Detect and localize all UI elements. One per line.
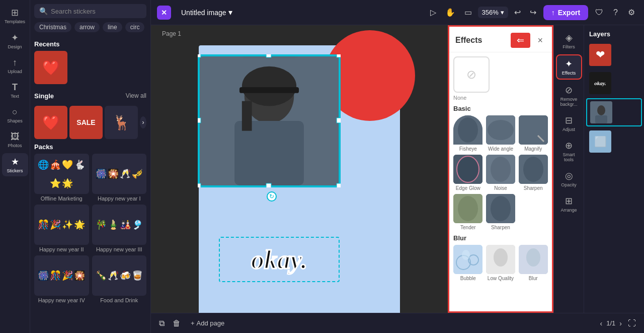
page-indicator: 1/1 — [606, 319, 615, 327]
effect-tender[interactable]: Tender — [453, 194, 483, 230]
right-opacity[interactable]: ◎ Opacity — [556, 167, 582, 190]
photos-icon: 🖼 — [11, 131, 20, 142]
sidebar-item-stickers[interactable]: ★ Stickers — [2, 153, 28, 176]
sticker-row-next[interactable]: › — [140, 116, 146, 128]
blur-label: Blur — [529, 276, 538, 281]
canvas-photo[interactable]: ⊡ ⊞ ⬜ ⋯ — [199, 55, 340, 186]
pack-thumb-1: 🌐🎪💛🐇⭐🌟 — [34, 154, 89, 194]
sidebar-item-templates[interactable]: ⊞ Templates — [2, 4, 28, 27]
effect-wide-angle[interactable]: Wide angle — [486, 115, 516, 152]
upload-label: Upload — [8, 69, 22, 74]
pack-happy-new-year-1[interactable]: 🎆🎇🥂🎺 Happy new year I — [92, 154, 147, 202]
app-logo: ✕ — [157, 6, 171, 20]
export-button[interactable]: ↑ Export — [543, 5, 588, 20]
settings-icon[interactable]: ⚙ — [625, 5, 638, 20]
rotate-handle[interactable]: ↻ — [267, 191, 277, 202]
effect-fisheye[interactable]: Fisheye — [453, 115, 483, 152]
effect-none[interactable]: ⊘ — [453, 56, 490, 93]
right-adjust[interactable]: ⊟ Adjust — [556, 112, 582, 135]
pack-thumb-4: 🎋🎍🎎🎐 — [92, 205, 147, 245]
recents-title: Recents — [34, 40, 146, 48]
hand-tool[interactable]: ✋ — [442, 5, 458, 20]
right-smart-tools[interactable]: ⊕ Smart tools — [556, 137, 582, 165]
help-icon[interactable]: ? — [610, 5, 621, 20]
canvas-text-box[interactable]: okay. — [219, 237, 340, 282]
pack-happy-new-year-4[interactable]: 🎆🎊🎉🎇 Happy new year IV — [34, 255, 89, 303]
pack-offline-marketing[interactable]: 🌐🎪💛🐇⭐🌟 Offline Marketing — [34, 154, 89, 202]
copy-btn[interactable]: ⧉ — [157, 317, 167, 330]
smart-tools-label: Smart tools — [558, 152, 580, 162]
pack-happy-new-year-2[interactable]: 🎊🎉✨🌟 Happy new year II — [34, 205, 89, 252]
add-page-btn[interactable]: + Add page — [187, 317, 228, 329]
layer-heart[interactable]: ❤ — [586, 42, 642, 68]
sidebar-item-design[interactable]: ✦ Design — [2, 29, 28, 52]
effect-sharpen[interactable]: Sharpen — [518, 155, 548, 191]
tag-line[interactable]: line — [103, 22, 122, 32]
effect-blur[interactable]: Blur — [518, 245, 548, 281]
right-remove-bg[interactable]: ⊘ Remove backgr... — [556, 82, 582, 110]
pack-thumb-6: 🍾🥂🍻🥃 — [92, 255, 147, 296]
single-title: Single — [34, 92, 54, 100]
effect-bubble[interactable]: Bubble — [453, 245, 483, 281]
sidebar-item-photos[interactable]: 🖼 Photos — [2, 128, 28, 151]
sidebar-item-text[interactable]: T Text — [2, 79, 28, 102]
canvas-container[interactable]: Page 1 — [151, 25, 448, 313]
pack-food-drink[interactable]: 🍾🥂🍻🥃 Food and Drink — [92, 255, 147, 303]
photo-layer-thumb — [590, 101, 612, 123]
right-arrange[interactable]: ⊞ Arrange — [556, 192, 582, 216]
shapes-label: Shapes — [7, 118, 23, 123]
effect-low-quality[interactable]: Low Quality — [486, 245, 516, 281]
search-input[interactable] — [51, 8, 141, 15]
effects-close-btn[interactable]: × — [534, 34, 546, 47]
canvas-frame: ⊡ ⊞ ⬜ ⋯ okay. — [199, 45, 400, 313]
tag-circ[interactable]: circ — [125, 22, 145, 32]
layer-bg[interactable]: ⬜ — [586, 128, 642, 155]
adjust-icon: ⊟ — [565, 115, 573, 126]
sidebar-item-shapes[interactable]: ○ Shapes — [2, 104, 28, 126]
layout-tool[interactable]: ▭ — [461, 5, 475, 20]
redo-btn[interactable]: ↪ — [527, 5, 539, 20]
single-sticker-2[interactable]: SALE — [69, 106, 103, 139]
doc-title[interactable]: Untitled image ▾ — [177, 6, 236, 19]
search-icon: 🔍 — [39, 7, 48, 15]
text-label: Text — [11, 94, 19, 99]
prev-page-btn[interactable]: ‹ — [600, 319, 603, 327]
design-icon: ✦ — [11, 32, 19, 43]
stickers-icon: ★ — [11, 156, 19, 167]
sidebar-item-upload[interactable]: ↑ Upload — [2, 54, 28, 77]
blur-effects-grid: Bubble Low Quality Blur — [453, 245, 548, 281]
layer-photo[interactable] — [586, 98, 642, 126]
add-icon: + — [191, 319, 195, 327]
effects-label: Effects — [562, 71, 576, 76]
single-sticker-3[interactable]: 🦌 — [105, 106, 138, 139]
effect-sharpen2[interactable]: Sharpen — [486, 194, 516, 230]
right-filters[interactable]: ◈ Filters — [556, 29, 582, 52]
fullscreen-btn[interactable]: ⛶ — [626, 317, 638, 330]
filters-icon: ◈ — [566, 32, 573, 43]
view-all-link[interactable]: View all — [126, 92, 146, 99]
svg-point-34 — [523, 157, 543, 182]
tag-christmas[interactable]: Christmas — [34, 22, 71, 32]
recent-sticker-heart[interactable]: ❤️ — [34, 51, 67, 84]
svg-rect-54 — [595, 115, 607, 123]
next-page-btn[interactable]: › — [619, 319, 622, 327]
effect-noise[interactable]: Noise — [486, 155, 516, 191]
search-bar[interactable]: 🔍 — [34, 4, 146, 18]
pointer-tool[interactable]: ▷ — [427, 5, 439, 20]
right-effects[interactable]: ✦ Effects — [556, 54, 582, 80]
templates-label: Templates — [5, 19, 25, 24]
layer-okay-text[interactable]: okay. — [586, 70, 642, 96]
effect-magnify[interactable]: Magnify — [518, 115, 548, 152]
photos-label: Photos — [8, 143, 22, 148]
svg-point-40 — [491, 196, 511, 221]
delete-btn[interactable]: 🗑 — [171, 317, 183, 330]
zoom-control[interactable]: 356% ▾ — [478, 7, 508, 18]
design-label: Design — [8, 44, 22, 49]
shield-icon[interactable]: 🛡 — [592, 5, 606, 20]
pack-happy-new-year-3[interactable]: 🎋🎍🎎🎐 Happy new year III — [92, 205, 147, 252]
effect-edge-glow[interactable]: Edge Glow — [453, 155, 483, 191]
undo-btn[interactable]: ↩ — [511, 5, 524, 20]
edgeglow-thumb — [453, 155, 482, 184]
single-sticker-1[interactable]: ❤️ — [34, 106, 67, 139]
tag-arrow[interactable]: arrow — [74, 22, 100, 32]
